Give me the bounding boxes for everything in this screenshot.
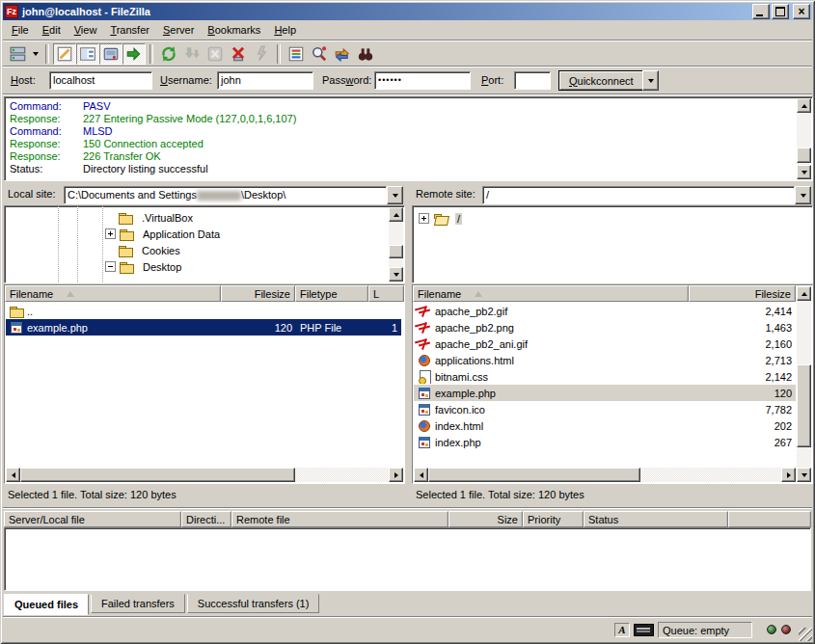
column-header-filename[interactable]: Filename <box>413 285 689 302</box>
tree-item-cookies[interactable]: Cookies <box>119 242 182 258</box>
password-input[interactable]: •••••• <box>374 71 471 90</box>
log-scrollbar[interactable] <box>797 98 811 179</box>
expand-icon[interactable] <box>419 213 429 224</box>
remote-path-field[interactable]: / <box>482 186 795 204</box>
scroll-down-button[interactable] <box>389 267 403 282</box>
scroll-up-button[interactable] <box>389 207 403 222</box>
local-path-field[interactable]: C:\Documents and Settings\Desktop\ <box>64 186 387 204</box>
apache-file-icon <box>418 305 432 318</box>
port-input[interactable] <box>514 71 551 90</box>
file-row[interactable]: index.php267 <box>414 434 796 450</box>
menu-transfer[interactable]: Transfer <box>103 22 156 38</box>
column-header-server-local-file[interactable]: Server/Local file <box>4 511 181 527</box>
menu-bar: File Edit View Transfer Server Bookmarks… <box>3 20 812 40</box>
file-row[interactable]: apache_pb2_ani.gif2,160 <box>414 335 796 352</box>
file-row-example-php[interactable]: example.php 120 PHP File 1 <box>6 319 401 335</box>
local-path-dropdown[interactable] <box>387 186 403 204</box>
tree-item-root[interactable]: / <box>419 210 462 227</box>
remote-list-hscrollbar[interactable] <box>414 468 796 482</box>
column-header-filesize[interactable]: Filesize <box>221 285 295 302</box>
menu-edit[interactable]: Edit <box>36 22 68 38</box>
menu-view[interactable]: View <box>68 22 104 38</box>
process-queue-button[interactable] <box>180 43 204 65</box>
scroll-down-button[interactable] <box>797 165 811 179</box>
find-button[interactable] <box>354 43 377 65</box>
column-header-size[interactable]: Size <box>448 511 523 527</box>
toggle-remote-tree-button[interactable] <box>99 43 122 65</box>
scroll-thumb[interactable] <box>797 148 811 163</box>
cancel-button[interactable] <box>204 43 227 65</box>
scroll-right-button[interactable] <box>781 468 796 482</box>
column-header-status[interactable]: Status <box>584 511 728 527</box>
file-row[interactable]: index.html202 <box>414 417 796 434</box>
resize-grip[interactable] <box>799 628 812 641</box>
menu-bookmarks[interactable]: Bookmarks <box>201 22 267 38</box>
minimize-button[interactable] <box>752 4 770 19</box>
file-row-parent[interactable]: .. <box>6 303 401 319</box>
log-text: 226 Transfer OK <box>83 150 161 163</box>
toggle-local-tree-button[interactable] <box>76 43 99 65</box>
quickconnect-button[interactable]: Quickconnect <box>558 70 644 91</box>
menu-file[interactable]: File <box>5 22 36 38</box>
arrow-left-icon <box>417 472 423 478</box>
file-row[interactable]: apache_pb2.png1,463 <box>414 319 796 335</box>
sync-browsing-button[interactable] <box>331 43 354 65</box>
file-row[interactable]: bitnami.css2,142 <box>414 368 796 385</box>
remote-path-dropdown[interactable] <box>795 186 811 204</box>
refresh-button[interactable] <box>157 43 180 65</box>
scroll-up-button[interactable] <box>797 286 811 301</box>
scroll-thumb[interactable] <box>389 245 403 258</box>
remote-list-scrollbar[interactable] <box>797 286 811 482</box>
arrow-right-icon <box>394 472 401 478</box>
local-site-combo[interactable]: C:\Documents and Settings\Desktop\ <box>64 186 403 204</box>
compare-button[interactable] <box>308 43 331 65</box>
username-input[interactable]: john <box>217 71 313 90</box>
scroll-up-button[interactable] <box>797 98 811 113</box>
file-row[interactable]: applications.html2,713 <box>414 352 796 368</box>
tab-queued-files[interactable]: Queued files <box>4 594 89 615</box>
scroll-left-button[interactable] <box>414 468 428 482</box>
scroll-thumb[interactable] <box>428 468 640 482</box>
column-header-last-modified[interactable]: L <box>368 285 404 302</box>
scroll-left-button[interactable] <box>6 468 20 482</box>
column-header-filename[interactable]: Filename <box>5 285 221 302</box>
column-header-direction[interactable]: Directi... <box>181 511 231 527</box>
host-input[interactable]: localhost <box>49 71 152 90</box>
quickconnect-dropdown[interactable] <box>642 70 659 91</box>
scroll-down-button[interactable] <box>797 468 811 482</box>
collapse-icon[interactable] <box>105 261 116 272</box>
menu-help[interactable]: Help <box>267 22 303 38</box>
tree-item-virtualbox[interactable]: .VirtualBox <box>119 209 195 226</box>
column-header-filesize[interactable]: Filesize <box>689 285 796 302</box>
site-manager-dropdown[interactable] <box>30 43 41 65</box>
file-row[interactable]: favicon.ico7,782 <box>414 401 796 417</box>
expand-icon[interactable] <box>105 228 116 239</box>
toggle-queue-button[interactable] <box>122 43 146 65</box>
tab-failed-transfers[interactable]: Failed transfers <box>91 594 185 613</box>
reconnect-button[interactable] <box>250 43 273 65</box>
local-list-hscrollbar[interactable] <box>6 468 403 482</box>
close-button[interactable]: × <box>793 4 810 19</box>
tab-successful-transfers[interactable]: Successful transfers (1) <box>187 594 320 613</box>
scroll-right-button[interactable] <box>389 468 403 482</box>
scroll-thumb[interactable] <box>20 468 295 482</box>
column-header-filetype[interactable]: Filetype <box>295 285 368 302</box>
log-label: Command: <box>7 100 83 113</box>
local-tree-scrollbar[interactable] <box>389 207 403 282</box>
filter-button[interactable] <box>285 43 308 65</box>
scroll-thumb[interactable] <box>797 364 811 447</box>
filter-icon <box>287 45 305 63</box>
file-row-example-php[interactable]: example.php120 <box>414 385 796 401</box>
remote-site-combo[interactable]: / <box>482 186 811 204</box>
toggle-log-button[interactable] <box>53 43 76 65</box>
file-row[interactable]: apache_pb2.gif2,414 <box>414 303 796 319</box>
column-header-priority[interactable]: Priority <box>523 511 584 527</box>
maximize-button[interactable] <box>772 4 789 19</box>
disconnect-button[interactable] <box>227 43 250 65</box>
tree-item-desktop[interactable]: Desktop <box>105 258 183 275</box>
column-header-remote-file[interactable]: Remote file <box>231 511 448 527</box>
transfer-type-icon: A <box>614 623 630 637</box>
menu-server[interactable]: Server <box>156 22 201 38</box>
tree-item-application-data[interactable]: Application Data <box>105 226 222 242</box>
site-manager-button[interactable] <box>7 43 30 65</box>
